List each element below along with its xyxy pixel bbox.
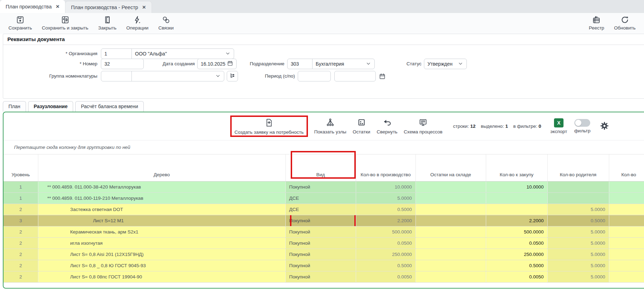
- cell-qty-production: 2.2000: [356, 215, 416, 226]
- operations-button[interactable]: Операции: [121, 15, 153, 31]
- cell-qty-last: [609, 271, 644, 282]
- cell-qty-parent: 5.0000: [547, 237, 609, 249]
- collapse-label: Свернуть: [376, 129, 397, 134]
- col-header-kind[interactable]: Вид: [285, 154, 356, 181]
- department-code-field[interactable]: 303: [287, 59, 313, 69]
- cell-stock-balance: [416, 260, 486, 271]
- cell-stock-balance: [416, 204, 486, 215]
- cell-qty-production: 0.5000: [356, 204, 416, 215]
- table-row[interactable]: 3 Лист S=12 М1 Покупной 2.2000 2.2000 0.…: [4, 215, 644, 226]
- table-row[interactable]: 2 Застежка ответная DOT ДСЕ 0.5000 5.000…: [4, 204, 644, 215]
- cell-qty-parent: 5.0000: [547, 260, 609, 271]
- cell-kind: Покупной: [285, 271, 356, 282]
- show-nodes-label: Показать узлы: [314, 129, 347, 134]
- nomenclature-group-code-field[interactable]: [101, 71, 132, 81]
- cell-stock-balance: [416, 215, 486, 226]
- cell-qty-parent: [547, 192, 609, 204]
- table-row[interactable]: 1 ** 000.4859. 011.000-119-210 Металлору…: [4, 192, 644, 204]
- cell-stock-balance: [416, 192, 486, 204]
- col-header-qty-purchase[interactable]: Кол-во к закупу: [486, 154, 547, 181]
- process-scheme-button[interactable]: Схема процессов: [404, 118, 443, 134]
- filter-toggle[interactable]: фильтр: [574, 119, 591, 133]
- cell-qty-parent: 5.0000: [547, 271, 609, 282]
- file-plus-icon: [265, 118, 273, 128]
- save-and-close-icon: [61, 15, 70, 24]
- registry-button[interactable]: Реестр: [584, 15, 609, 31]
- chevron-down-icon: [225, 51, 231, 57]
- cell-stock-balance: [416, 237, 486, 249]
- cell-qty-last: [609, 237, 644, 249]
- cell-level: 2: [4, 260, 38, 271]
- cell-qty-last: [609, 249, 644, 260]
- window-tab-registry[interactable]: План производства - Реестр ×: [65, 1, 152, 13]
- col-header-qty-parent[interactable]: Кол-во родителя: [547, 154, 609, 181]
- cell-tree: Лист S= 0,8 _ 0,8 Ю ГОСТ 9045-93: [38, 260, 285, 271]
- col-header-qty-production[interactable]: Кол-во в производство: [356, 154, 416, 181]
- links-label: Связки: [158, 25, 174, 31]
- organization-select[interactable]: ООО "Альфа": [131, 48, 234, 59]
- col-header-stock-balance[interactable]: Остатки на складе: [416, 154, 486, 181]
- table-row[interactable]: 1 ** 000.4859. 011.000-38-420 Металлорук…: [4, 181, 644, 192]
- cell-tree: Лист S=12 М1: [38, 215, 285, 226]
- cell-level: 2: [4, 204, 38, 215]
- organization-label: * Организация: [24, 48, 97, 59]
- cell-stock-balance: [416, 271, 486, 282]
- table-row[interactable]: 2 Керамическая ткань, арм S2x1 Покупной …: [4, 226, 644, 237]
- status-select[interactable]: Утвержден: [424, 59, 467, 69]
- tab-time-balance[interactable]: Расчёт баланса времени: [75, 101, 144, 112]
- red-annotation-box: Создать заявку на потребность: [230, 116, 308, 137]
- cell-qty-last: [609, 192, 644, 204]
- save-label: Сохранить: [8, 25, 32, 31]
- col-header-level[interactable]: Уровень: [4, 154, 38, 181]
- department-select[interactable]: Бухгалтерия: [312, 59, 375, 69]
- toggle-off-icon[interactable]: [574, 119, 590, 127]
- collapse-button[interactable]: Свернуть: [376, 118, 397, 134]
- close-icon[interactable]: ×: [56, 4, 59, 9]
- cell-kind: ДСЕ: [285, 192, 356, 204]
- col-header-tree[interactable]: Дерево: [38, 154, 285, 181]
- table-row[interactable]: 2 Лист S= 0,8 08пс ГОСТ 19904-90 Покупно…: [4, 271, 644, 282]
- settings-button[interactable]: [600, 121, 609, 132]
- cell-tree: Застежка ответная DOT: [38, 204, 285, 215]
- create-request-button[interactable]: Создать заявку на потребность: [234, 118, 304, 135]
- grid-stats: строки: 12 выделено: 1 в фильтре: 0: [453, 124, 541, 129]
- refresh-icon: [620, 15, 629, 24]
- save-button[interactable]: Сохранить: [4, 15, 37, 31]
- gear-icon: [600, 121, 609, 132]
- window-tab-strip: План производства × План производства - …: [0, 0, 644, 13]
- period-from-field[interactable]: [298, 71, 331, 81]
- close-button[interactable]: Закрыть: [93, 15, 121, 31]
- table-row[interactable]: 2 игла изогнутая Покупной 0.0500 0.0500 …: [4, 237, 644, 249]
- section-title: Реквизиты документа: [3, 34, 644, 45]
- close-icon[interactable]: ×: [142, 4, 146, 10]
- status-label: Статус: [383, 59, 421, 69]
- table-row[interactable]: 2 Лист S= 0,8 Aisi 201 (12Х15Г9НД) Покуп…: [4, 249, 644, 260]
- nomenclature-group-select[interactable]: [131, 71, 224, 81]
- table-row[interactable]: 2 Лист S= 0,8 _ 0,8 Ю ГОСТ 9045-93 Покуп…: [4, 260, 644, 271]
- cell-stock-balance: [416, 249, 486, 260]
- cell-kind: Покупной: [285, 181, 356, 192]
- nodes-icon: [326, 118, 335, 128]
- period-to-field[interactable]: [334, 71, 376, 81]
- tree-select-button[interactable]: [227, 71, 238, 81]
- col-header-qty-last[interactable]: Кол-во: [609, 154, 644, 181]
- tab-razuzlovanie[interactable]: Разузлование: [28, 101, 73, 112]
- cell-qty-production: 0.5000: [356, 260, 416, 271]
- cell-tree: ** 000.4859. 011.000-119-210 Металлорука…: [38, 192, 285, 204]
- cell-level: 2: [4, 237, 38, 249]
- refresh-button[interactable]: Обновить: [609, 15, 640, 31]
- stocks-button[interactable]: Остатки: [353, 118, 370, 134]
- tab-plan[interactable]: План: [3, 101, 26, 112]
- cell-tree: Лист S= 0,8 Aisi 201 (12Х15Г9НД): [38, 249, 285, 260]
- export-excel-button[interactable]: X экспорт: [550, 118, 567, 134]
- show-nodes-button[interactable]: Показать узлы: [314, 118, 347, 134]
- grid-body: 1 ** 000.4859. 011.000-38-420 Металлорук…: [4, 181, 644, 282]
- cell-qty-parent: [547, 181, 609, 192]
- calendar-icon[interactable]: [379, 73, 386, 80]
- save-and-close-button[interactable]: Сохранить и закрыть: [37, 15, 93, 31]
- cell-level: 2: [4, 271, 38, 282]
- window-tab-label: План производства - Реестр: [71, 5, 138, 10]
- links-button[interactable]: Связки: [153, 15, 179, 31]
- window-tab-plan[interactable]: План производства ×: [0, 0, 65, 13]
- organization-code-field[interactable]: 1: [101, 48, 132, 59]
